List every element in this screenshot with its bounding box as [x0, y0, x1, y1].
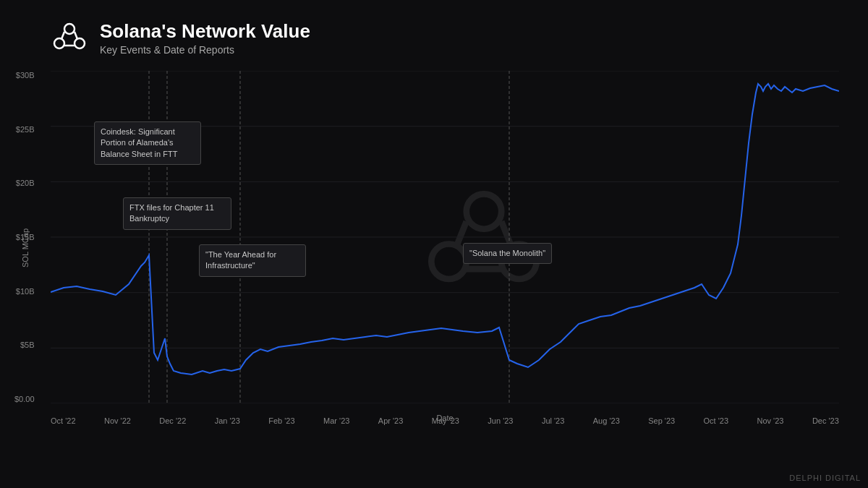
svg-line-3	[61, 32, 64, 39]
annotation-solana-monolith: "Solana the Monolith"	[463, 243, 552, 264]
chart-title: Solana's Network Value	[100, 20, 310, 43]
x-label-nov23: Nov '23	[757, 416, 784, 425]
chart-svg	[51, 71, 839, 403]
x-label-mar23: Mar '23	[323, 416, 349, 425]
x-label-jan23: Jan '23	[215, 416, 240, 425]
chart-subtitle: Key Events & Date of Reports	[100, 44, 310, 56]
x-label-jun23: Jun '23	[488, 416, 513, 425]
svg-point-2	[75, 38, 85, 48]
x-label-nov22: Nov '22	[104, 416, 131, 425]
annotation-year-ahead: "The Year Ahead for Infrastructure"	[199, 244, 306, 277]
header: Solana's Network Value Key Events & Date…	[51, 20, 839, 58]
delphi-logo-icon	[51, 20, 88, 58]
x-label-apr23: Apr '23	[378, 416, 404, 425]
annotation-ftx-bankruptcy: FTX files for Chapter 11 Bankruptcy	[123, 197, 231, 230]
chart-area: SOL MCap $30B $25B $20B $15B $10B $5B $0…	[51, 71, 839, 425]
x-axis-label: Date	[436, 414, 453, 422]
x-label-oct22: Oct '22	[51, 416, 76, 425]
svg-point-1	[54, 38, 64, 48]
svg-point-0	[64, 24, 75, 34]
brand-label: DELPHI DIGITAL	[789, 474, 861, 482]
y-label-10b: $10B	[16, 287, 35, 296]
x-label-feb23: Feb '23	[268, 416, 294, 425]
x-label-sep23: Sep '23	[648, 416, 675, 425]
svg-line-4	[75, 32, 77, 39]
annotation-coindesk: Coindesk: Significant Portion of Alameda…	[94, 121, 201, 165]
y-label-0: $0.00	[14, 395, 35, 403]
x-label-jul23: Jul '23	[542, 416, 564, 425]
x-label-dec22: Dec '22	[159, 416, 186, 425]
x-label-oct23: Oct '23	[704, 416, 729, 425]
x-label-aug23: Aug '23	[593, 416, 620, 425]
y-label-25b: $25B	[16, 125, 35, 134]
y-label-5b: $5B	[20, 341, 35, 349]
x-label-dec23: Dec '23	[812, 416, 839, 425]
y-label-20b: $20B	[16, 179, 35, 187]
y-axis-labels: $30B $25B $20B $15B $10B $5B $0.00	[14, 71, 35, 403]
y-label-30b: $30B	[16, 71, 35, 80]
y-label-15b: $15B	[16, 233, 35, 241]
